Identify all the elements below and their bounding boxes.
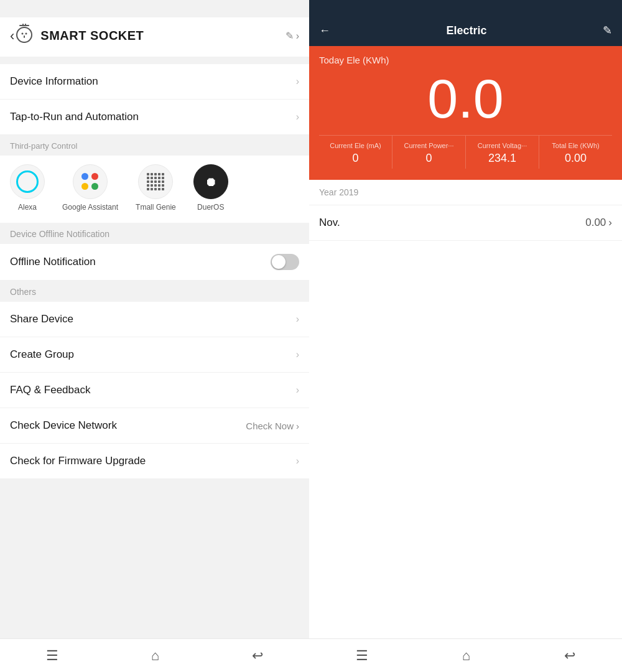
- svg-point-4: [22, 33, 24, 35]
- third-party-icons: Alexa Google Assistant: [0, 156, 309, 223]
- chevron-right-icon: ›: [296, 421, 299, 431]
- tap-to-run-label: Tap-to-Run and Automation: [10, 111, 139, 123]
- stat-label-total-ele: Total Ele (KWh): [544, 142, 607, 149]
- back-nav-icon[interactable]: ↩: [252, 648, 263, 664]
- today-ele-value: 0.0: [319, 72, 612, 126]
- right-home-nav-icon[interactable]: ⌂: [462, 648, 470, 664]
- left-bottom-nav: ☰ ⌂ ↩: [0, 638, 309, 672]
- offline-section-label: Device Offline Notification: [0, 223, 309, 244]
- svg-rect-0: [19, 25, 29, 26]
- left-panel: ‹ SMART SOCKET ✎ › Device Info: [0, 0, 309, 672]
- svg-rect-2: [25, 24, 26, 26]
- svg-rect-1: [22, 24, 24, 26]
- month-value-area: 0.00 ›: [585, 217, 612, 229]
- tp-item-alexa[interactable]: Alexa: [10, 164, 45, 212]
- firmware-upgrade-label: Check for Firmware Upgrade: [10, 455, 146, 467]
- third-party-section-label: Third-party Control: [0, 135, 309, 156]
- back-button[interactable]: ‹: [10, 28, 14, 44]
- device-title-area: SMART SOCKET: [14, 24, 285, 48]
- status-bar-right: [309, 0, 622, 17]
- month-label: Nov.: [319, 217, 340, 229]
- check-now-label: Check Now: [246, 421, 294, 431]
- right-panel: ← Electric ✎ Today Ele (KWh) 0.0 Current…: [309, 0, 622, 672]
- today-ele-label: Today Ele (KWh): [319, 55, 612, 65]
- header-chevron: ›: [296, 30, 299, 42]
- dueros-label: DuerOS: [197, 203, 224, 212]
- chevron-right-icon: ›: [296, 385, 299, 396]
- right-edit-icon[interactable]: ✎: [603, 24, 612, 37]
- chevron-right-icon: ›: [296, 76, 299, 87]
- right-back-button[interactable]: ←: [319, 24, 330, 37]
- others-section-label: Others: [0, 281, 309, 302]
- year-row: Year 2019: [309, 180, 622, 205]
- right-content-empty: [309, 241, 622, 638]
- svg-point-3: [17, 27, 32, 42]
- stat-value-total-ele: 0.00: [544, 152, 607, 165]
- menu-item-create-group[interactable]: Create Group ›: [0, 337, 309, 373]
- right-title: Electric: [446, 24, 486, 37]
- offline-notification-toggle[interactable]: [271, 254, 299, 270]
- alexa-label: Alexa: [18, 203, 37, 212]
- google-assistant-label: Google Assistant: [62, 203, 118, 212]
- right-back-nav-icon[interactable]: ↩: [564, 648, 575, 664]
- svg-point-5: [26, 33, 27, 35]
- tp-item-google-assistant[interactable]: Google Assistant: [62, 164, 118, 212]
- tmall-genie-label: Tmall Genie: [136, 203, 176, 212]
- menu-item-tap-to-run[interactable]: Tap-to-Run and Automation ›: [0, 100, 309, 135]
- tp-item-tmall-genie[interactable]: Tmall Genie: [136, 164, 176, 212]
- chevron-right-icon: ›: [296, 349, 299, 360]
- socket-icon: [14, 24, 34, 48]
- offline-notification-label: Offline Notification: [10, 256, 96, 268]
- stat-col-current-voltage: Current Voltag··· 234.1: [466, 136, 539, 169]
- menu-item-check-device-network[interactable]: Check Device Network Check Now ›: [0, 408, 309, 444]
- tp-item-dueros[interactable]: ⏺ DuerOS: [193, 164, 228, 212]
- stat-col-current-ele: Current Ele (mA) 0: [319, 136, 392, 169]
- others-items: Share Device › Create Group › FAQ & Feed…: [0, 302, 309, 479]
- share-device-label: Share Device: [10, 313, 73, 325]
- chevron-right-icon: ›: [296, 314, 299, 325]
- faq-feedback-label: FAQ & Feedback: [10, 384, 90, 396]
- alexa-icon: [10, 164, 45, 199]
- electric-hero: Today Ele (KWh) 0.0 Current Ele (mA) 0 C…: [309, 46, 622, 180]
- right-bottom-nav: ☰ ⌂ ↩: [309, 638, 622, 672]
- month-row[interactable]: Nov. 0.00 ›: [309, 205, 622, 241]
- stat-col-total-ele: Total Ele (KWh) 0.00: [539, 136, 612, 169]
- menu-item-share-device[interactable]: Share Device ›: [0, 302, 309, 337]
- left-scroll: Device Information › Tap-to-Run and Auto…: [0, 57, 309, 638]
- device-information-label: Device Information: [10, 75, 98, 88]
- right-header: ← Electric ✎: [309, 17, 622, 46]
- stat-value-current-ele: 0: [324, 152, 387, 165]
- chevron-right-icon: ›: [296, 111, 299, 123]
- offline-notification-row: Offline Notification: [0, 244, 309, 281]
- stat-value-current-voltage: 234.1: [471, 152, 534, 165]
- stats-row: Current Ele (mA) 0 Current Power··· 0 Cu…: [319, 135, 612, 169]
- month-value: 0.00: [585, 217, 606, 229]
- stat-value-current-power: 0: [397, 152, 460, 165]
- status-bar-left: [0, 0, 309, 17]
- home-nav-icon[interactable]: ⌂: [151, 648, 159, 664]
- stat-label-current-voltage: Current Voltag···: [471, 142, 534, 149]
- tmall-genie-icon: [138, 164, 173, 199]
- svg-rect-6: [24, 35, 25, 38]
- check-device-label: Check Device Network: [10, 419, 117, 432]
- menu-item-device-information[interactable]: Device Information ›: [0, 64, 309, 100]
- edit-icon[interactable]: ✎: [285, 30, 294, 42]
- menu-item-faq-feedback[interactable]: FAQ & Feedback ›: [0, 373, 309, 408]
- month-chevron-icon: ›: [608, 217, 612, 229]
- stat-col-current-power: Current Power··· 0: [392, 136, 466, 169]
- google-assistant-icon: [73, 164, 108, 199]
- left-header: ‹ SMART SOCKET ✎ ›: [0, 17, 309, 57]
- chevron-right-icon: ›: [296, 455, 299, 467]
- check-now-area: Check Now ›: [246, 421, 299, 431]
- menu-item-firmware-upgrade[interactable]: Check for Firmware Upgrade ›: [0, 444, 309, 479]
- device-name-label: SMART SOCKET: [40, 29, 144, 43]
- toggle-knob: [272, 255, 285, 269]
- menu-nav-icon[interactable]: ☰: [46, 648, 58, 664]
- stat-label-current-ele: Current Ele (mA): [324, 142, 387, 149]
- stat-label-current-power: Current Power···: [397, 142, 460, 149]
- create-group-label: Create Group: [10, 348, 74, 361]
- edit-arrow-area[interactable]: ✎ ›: [285, 30, 299, 42]
- dueros-icon: ⏺: [193, 164, 228, 199]
- right-menu-nav-icon[interactable]: ☰: [356, 648, 368, 664]
